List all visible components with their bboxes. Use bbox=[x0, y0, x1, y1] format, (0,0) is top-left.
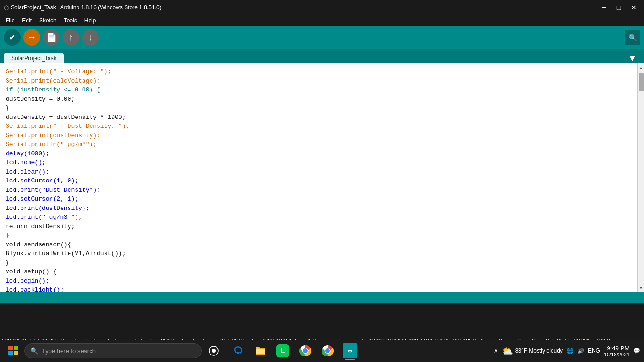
menu-sketch[interactable]: Sketch bbox=[35, 15, 60, 26]
tab-label: SolarProject_Task bbox=[11, 55, 56, 62]
weather-icon: ⛅ bbox=[502, 345, 513, 356]
scroll-down-arrow[interactable]: ▼ bbox=[638, 285, 644, 291]
close-button[interactable]: ✕ bbox=[627, 1, 640, 14]
code-content[interactable]: Serial.print(" - Voltage: "); Serial.pri… bbox=[0, 63, 637, 292]
svg-rect-3 bbox=[14, 351, 18, 355]
save-button[interactable]: ↓ bbox=[82, 29, 99, 46]
open-button[interactable]: ↑ bbox=[63, 29, 79, 46]
tray-icons: ∧ bbox=[494, 348, 498, 354]
code-line-1: Serial.print(" - Voltage: "); bbox=[6, 67, 632, 77]
menu-edit[interactable]: Edit bbox=[18, 15, 35, 26]
code-line-6: dustDensity = dustDensity * 1000; bbox=[6, 113, 632, 122]
console-area bbox=[0, 303, 644, 336]
file-explorer-icon bbox=[255, 345, 266, 356]
code-line-17: lcd.print(" ug/m3 "); bbox=[6, 213, 632, 222]
code-line-23: void setup() { bbox=[6, 267, 632, 277]
task-view-button[interactable] bbox=[203, 341, 224, 361]
code-line-8: Serial.print(dustDensity); bbox=[6, 131, 632, 140]
chrome-button[interactable] bbox=[295, 341, 315, 361]
code-line-14: lcd.print("Dust Density"); bbox=[6, 186, 632, 195]
system-tray: ∧ ⛅ 83°F Mostly cloudy 🌐 🔊 ENG 9:49 PM 1… bbox=[494, 345, 640, 357]
code-line-3: if (dustDensity <= 0.00) { bbox=[6, 85, 632, 95]
editor-bottom-bar bbox=[0, 292, 644, 303]
vertical-scrollbar[interactable]: ▲ ▼ bbox=[637, 63, 644, 292]
svg-rect-1 bbox=[14, 346, 18, 350]
code-line-24: lcd.begin(); bbox=[6, 277, 632, 286]
upload-button[interactable]: → bbox=[23, 29, 40, 46]
chrome2-icon bbox=[322, 345, 334, 357]
search-icon: 🔍 bbox=[30, 347, 38, 355]
code-line-7: Serial.print(" - Dust Density: "); bbox=[6, 122, 632, 131]
arduino-button[interactable]: ∞ bbox=[340, 341, 360, 361]
search-button[interactable]: 🔍 bbox=[625, 30, 640, 45]
code-line-2: Serial.print(calcVoltage); bbox=[6, 77, 632, 86]
volume-icon[interactable]: 🔊 bbox=[577, 348, 584, 354]
edge-icon bbox=[232, 345, 244, 356]
code-line-20: void sendsensor(){ bbox=[6, 240, 632, 250]
taskbar: 🔍 Type here to search L bbox=[0, 340, 644, 362]
code-line-21: Blynk.virtualWrite(V1,Airdust()); bbox=[6, 249, 632, 258]
svg-point-10 bbox=[303, 348, 308, 353]
window-title: SolarProject_Task | Arduino 1.8.16 (Wind… bbox=[9, 4, 597, 11]
menu-bar: File Edit Sketch Tools Help bbox=[0, 15, 644, 26]
svg-point-5 bbox=[212, 349, 216, 353]
chrome2-button[interactable] bbox=[317, 341, 338, 361]
toolbar: ✔ → 📄 ↑ ↓ 🔍 bbox=[0, 26, 644, 49]
code-line-13: lcd.setCursor(1, 0); bbox=[6, 176, 632, 186]
code-line-4: dustDensity = 0.00; bbox=[6, 95, 632, 104]
code-line-22: } bbox=[6, 258, 632, 268]
minimize-button[interactable]: ─ bbox=[597, 1, 610, 14]
time-display: 9:49 PM bbox=[604, 345, 630, 352]
scroll-up-arrow[interactable]: ▲ bbox=[638, 64, 644, 71]
editor-tab[interactable]: SolarProject_Task bbox=[4, 53, 64, 63]
code-line-19: } bbox=[6, 231, 632, 240]
svg-point-12 bbox=[325, 348, 330, 353]
task-view-icon bbox=[209, 346, 219, 356]
code-line-10: delay(1000); bbox=[6, 149, 632, 159]
window-controls: ─ □ ✕ bbox=[597, 1, 640, 14]
weather-desc: Mostly cloudy bbox=[529, 348, 563, 354]
tab-bar: SolarProject_Task ▼ bbox=[0, 49, 644, 63]
edge-button[interactable] bbox=[228, 341, 248, 361]
verify-button[interactable]: ✔ bbox=[4, 29, 21, 46]
new-button[interactable]: 📄 bbox=[43, 29, 60, 46]
svg-rect-7 bbox=[256, 347, 260, 349]
code-line-18: return dustDensity; bbox=[6, 222, 632, 231]
weather-widget[interactable]: ⛅ 83°F Mostly cloudy bbox=[502, 345, 563, 356]
code-line-12: lcd.clear(); bbox=[6, 167, 632, 177]
menu-file[interactable]: File bbox=[2, 15, 18, 26]
date-display: 10/18/2021 bbox=[604, 352, 630, 357]
scroll-thumb[interactable] bbox=[639, 73, 644, 91]
line-icon: L bbox=[276, 344, 289, 357]
code-line-15: lcd.setCursor(2, 1); bbox=[6, 195, 632, 204]
svg-rect-2 bbox=[8, 351, 13, 355]
code-line-11: lcd.home(); bbox=[6, 158, 632, 167]
taskbar-apps: L ∞ bbox=[228, 341, 360, 361]
svg-rect-8 bbox=[256, 349, 265, 354]
taskbar-search[interactable]: 🔍 Type here to search bbox=[24, 343, 202, 358]
tab-dropdown[interactable]: ▼ bbox=[624, 54, 640, 63]
windows-icon bbox=[8, 346, 18, 355]
start-button[interactable] bbox=[4, 341, 22, 360]
code-line-16: lcd.print(dustDensity); bbox=[6, 204, 632, 213]
menu-help[interactable]: Help bbox=[81, 15, 100, 26]
title-bar: ⬡ SolarProject_Task | Arduino 1.8.16 (Wi… bbox=[0, 0, 644, 15]
code-line-25: lcd.backlight(); bbox=[6, 285, 632, 292]
notification-icon[interactable]: 💬 bbox=[633, 348, 640, 354]
clock[interactable]: 9:49 PM 10/18/2021 bbox=[604, 345, 630, 357]
line-button[interactable]: L bbox=[273, 341, 293, 361]
tray-arrow[interactable]: ∧ bbox=[494, 348, 498, 354]
code-line-5: } bbox=[6, 104, 632, 113]
code-editor[interactable]: Serial.print(" - Voltage: "); Serial.pri… bbox=[0, 63, 644, 292]
svg-rect-0 bbox=[8, 346, 13, 350]
code-line-9: Serial.println(" µg/m³"); bbox=[6, 140, 632, 149]
active-indicator bbox=[345, 359, 355, 360]
network-icon[interactable]: 🌐 bbox=[567, 348, 574, 354]
search-placeholder: Type here to search bbox=[42, 348, 96, 355]
maximize-button[interactable]: □ bbox=[612, 1, 625, 14]
weather-temp: 83°F bbox=[515, 348, 527, 354]
file-explorer-button[interactable] bbox=[250, 341, 271, 361]
menu-tools[interactable]: Tools bbox=[60, 15, 81, 26]
chrome-icon bbox=[299, 345, 311, 357]
language-indicator[interactable]: ENG bbox=[588, 348, 600, 354]
